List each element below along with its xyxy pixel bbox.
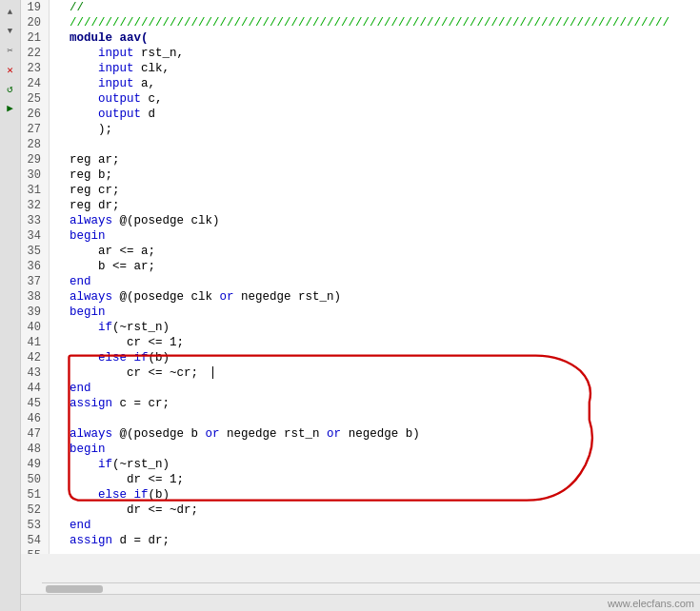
line-num: 28	[25, 137, 45, 152]
code-line: ////////////////////////////////////////…	[55, 15, 700, 30]
code-token: always	[70, 427, 112, 441]
code-line: begin	[55, 442, 700, 457]
toolbar-icon-close[interactable]: ✕	[2, 61, 19, 78]
line-num: 27	[25, 122, 45, 137]
line-num: 19	[25, 0, 45, 15]
line-num: 43	[25, 365, 45, 381]
code-line: assign c = cr;	[55, 396, 700, 411]
line-num: 31	[25, 183, 45, 198]
code-token: else	[98, 488, 127, 502]
code-token: or	[206, 427, 220, 441]
code-token: assign	[70, 397, 112, 410]
code-line: end	[55, 381, 700, 396]
code-token: ////////////////////////////////////////…	[55, 16, 670, 30]
code-line	[55, 548, 700, 554]
code-line: always @(posedge clk or negedge rst_n)	[55, 289, 700, 305]
line-num: 26	[25, 107, 45, 122]
line-num: 40	[25, 320, 45, 335]
code-token: if	[98, 458, 112, 471]
line-num: 47	[25, 426, 45, 442]
line-num: 39	[25, 305, 45, 320]
code-line: module aav(	[55, 30, 700, 46]
line-num: 32	[25, 198, 45, 213]
scroll-thumb[interactable]	[46, 585, 103, 593]
code-line: if(~rst_n)	[55, 320, 700, 335]
code-token: output	[98, 108, 141, 121]
code-line	[55, 137, 700, 152]
code-token: output	[98, 92, 141, 106]
code-token: or	[327, 427, 341, 441]
toolbar-icon-scissors[interactable]: ✂	[2, 42, 19, 59]
code-line: cr <= ~cr;	[55, 365, 700, 381]
code-token: always	[70, 290, 112, 304]
line-num: 34	[25, 228, 45, 244]
line-num: 41	[25, 335, 45, 350]
code-token: if	[134, 351, 149, 365]
toolbar-icon-down[interactable]: ▼	[2, 23, 19, 40]
code-line	[55, 411, 700, 426]
code-token: input	[98, 47, 134, 60]
toolbar-icon-up[interactable]: ▲	[2, 4, 19, 21]
code-line: reg b;	[55, 168, 700, 183]
code-content[interactable]: // /////////////////////////////////////…	[50, 0, 700, 554]
code-token: begin	[70, 443, 106, 456]
line-num: 35	[25, 244, 45, 259]
line-num: 55	[25, 548, 45, 554]
line-num: 22	[25, 46, 45, 61]
line-num: 48	[25, 442, 45, 457]
code-line: end	[55, 274, 700, 289]
line-num: 51	[25, 487, 45, 503]
code-line: output c,	[55, 91, 700, 107]
code-line: else if(b)	[55, 487, 700, 503]
toolbar-icon-refresh[interactable]: ↺	[2, 80, 19, 97]
code-token: if	[134, 488, 149, 502]
main-container: ▲ ▼ ✂ ✕ ↺ ▶ 1920212223242526272829303132…	[0, 0, 700, 611]
line-num: 30	[25, 168, 45, 183]
line-num: 24	[25, 76, 45, 91]
line-num: 23	[25, 61, 45, 76]
code-line: if(~rst_n)	[55, 457, 700, 472]
line-num: 46	[25, 411, 45, 426]
line-num: 37	[25, 274, 45, 289]
code-line: always @(posedge b or negedge rst_n or n…	[55, 426, 700, 442]
code-line: reg cr;	[55, 183, 700, 198]
line-num: 29	[25, 152, 45, 168]
line-num: 36	[25, 259, 45, 274]
code-token: end	[70, 519, 91, 532]
toolbar-icon-play[interactable]: ▶	[2, 99, 19, 116]
code-token: begin	[70, 229, 106, 243]
line-num: 54	[25, 533, 45, 548]
left-toolbar: ▲ ▼ ✂ ✕ ↺ ▶	[0, 0, 21, 611]
code-token: or	[220, 290, 234, 304]
code-line: reg ar;	[55, 152, 700, 168]
code-line: output d	[55, 107, 700, 122]
line-num: 45	[25, 396, 45, 411]
editor-wrapper: 1920212223242526272829303132333435363738…	[21, 0, 700, 611]
code-token: always	[70, 214, 112, 227]
code-token: begin	[70, 306, 106, 319]
line-num: 21	[25, 30, 45, 46]
code-token: end	[70, 382, 91, 395]
line-num: 44	[25, 381, 45, 396]
code-line: dr <= ~dr;	[55, 503, 700, 518]
code-line: always @(posedge clk)	[55, 213, 700, 228]
editor-area: 1920212223242526272829303132333435363738…	[21, 0, 700, 554]
code-line: begin	[55, 305, 700, 320]
code-token: input	[98, 77, 134, 90]
watermark: www.elecfans.com	[608, 598, 694, 609]
code-line: end	[55, 518, 700, 533]
line-num: 33	[25, 213, 45, 228]
line-num: 42	[25, 350, 45, 365]
line-num: 20	[25, 15, 45, 30]
code-line: ar <= a;	[55, 244, 700, 259]
code-token: //	[55, 1, 84, 14]
code-token: else	[98, 351, 127, 365]
code-line: //	[55, 0, 700, 15]
code-line: input clk,	[55, 61, 700, 76]
line-num: 49	[25, 457, 45, 472]
code-line: b <= ar;	[55, 259, 700, 274]
line-num: 50	[25, 472, 45, 487]
horizontal-scrollbar[interactable]	[42, 582, 700, 594]
code-line: );	[55, 122, 700, 137]
code-token: end	[70, 275, 91, 288]
